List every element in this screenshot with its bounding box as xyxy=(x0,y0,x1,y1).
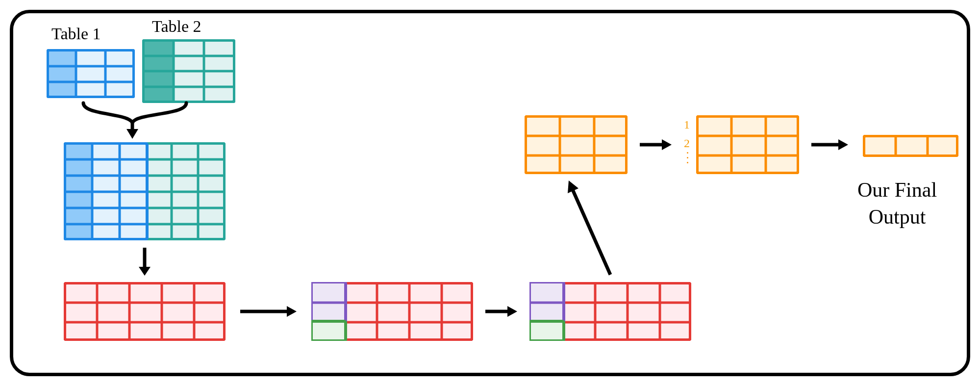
svg-marker-83 xyxy=(838,139,848,150)
red2-grid xyxy=(311,282,473,343)
svg-marker-76 xyxy=(662,139,672,150)
svg-marker-16 xyxy=(126,129,138,139)
arrow-red1-to-red2 xyxy=(238,302,302,321)
svg-rect-55 xyxy=(311,321,346,341)
svg-rect-84 xyxy=(864,136,957,156)
svg-line-68 xyxy=(571,186,610,275)
arrow-joined-to-red1 xyxy=(135,245,154,280)
sort-number-1: 1 xyxy=(684,119,690,130)
svg-marker-45 xyxy=(287,306,297,317)
label-final-output: Our FinalOutput xyxy=(833,177,961,230)
svg-rect-70 xyxy=(526,116,627,173)
svg-rect-67 xyxy=(529,321,564,341)
sort-number-2: 2 xyxy=(684,137,690,149)
orange1-grid xyxy=(525,115,628,176)
red3-grid xyxy=(529,282,691,343)
arrow-orange2-to-output xyxy=(809,135,853,154)
arrow-red3-to-orange1 xyxy=(559,177,623,282)
svg-rect-77 xyxy=(697,116,798,173)
arrow-red2-to-red3 xyxy=(483,302,522,321)
orange2-sorted-grid xyxy=(696,115,799,176)
table1-grid xyxy=(47,49,135,100)
brace-merge-arrow xyxy=(74,101,201,140)
arrow-orange1-to-orange2 xyxy=(637,135,677,154)
sort-ellipsis-dot xyxy=(687,152,688,154)
svg-rect-37 xyxy=(65,283,225,340)
sort-ellipsis-dot xyxy=(687,162,688,163)
output-grid xyxy=(863,135,958,159)
red1-grid xyxy=(64,282,226,343)
label-table1: Table 1 xyxy=(51,25,101,43)
joined-grid xyxy=(64,142,226,242)
svg-marker-36 xyxy=(139,267,151,276)
table2-grid xyxy=(142,39,235,105)
svg-marker-57 xyxy=(507,306,517,317)
svg-rect-1 xyxy=(48,50,76,97)
label-table2: Table 2 xyxy=(152,17,201,36)
sort-ellipsis-dot xyxy=(687,157,688,158)
